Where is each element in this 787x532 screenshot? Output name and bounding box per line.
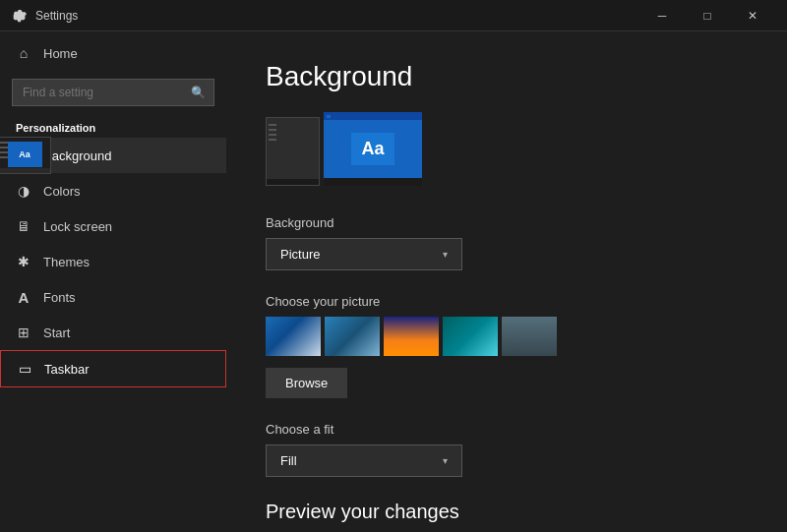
- preview-taskbar: [0, 168, 50, 173]
- background-icon: Aa: [16, 148, 31, 163]
- line2: [0, 147, 8, 148]
- sidebar-item-themes[interactable]: ✱ Themes: [0, 244, 226, 279]
- sidebar-item-background-label: Background: [43, 148, 111, 163]
- background-dropdown[interactable]: Picture ▾: [266, 238, 462, 270]
- home-icon: ⌂: [16, 45, 31, 61]
- main-layout: ⌂ Home 🔍 Personalization: [0, 31, 787, 532]
- sidebar-item-colors-label: Colors: [43, 184, 81, 199]
- search-icon: 🔍: [191, 86, 206, 99]
- choose-picture-label: Choose your picture: [266, 294, 748, 309]
- titlebar: Settings ─ □ ✕: [0, 0, 787, 31]
- aa-label: Aa: [361, 139, 384, 159]
- preview-section: Preview your changes Under Background, s…: [266, 501, 748, 532]
- line3: [0, 151, 8, 153]
- preview-main-thumbnail: Aa: [324, 112, 422, 186]
- start-icon: ⊞: [16, 325, 31, 340]
- background-preview-thumb: Aa: [0, 137, 51, 174]
- taskbar-icon: ▭: [17, 361, 32, 377]
- dropdown-arrow-icon: ▾: [443, 249, 448, 260]
- sidebar-item-taskbar[interactable]: ▭ Taskbar: [0, 350, 226, 387]
- minimize-button[interactable]: ─: [639, 0, 685, 31]
- sidebar-item-background[interactable]: Aa Background: [0, 138, 226, 173]
- titlebar-title: Settings: [35, 9, 639, 23]
- preview-lines: [0, 142, 8, 158]
- sidebar-item-lock-screen-label: Lock screen: [43, 219, 112, 234]
- themes-icon: ✱: [16, 254, 31, 269]
- picture-item-3[interactable]: [384, 317, 439, 356]
- fit-dropdown[interactable]: Fill ▾: [266, 444, 462, 477]
- page-title: Background: [266, 61, 748, 92]
- preview-section-title: Preview your changes: [266, 501, 748, 523]
- browse-button[interactable]: Browse: [266, 368, 347, 398]
- picture-grid: [266, 317, 748, 356]
- sidebar-item-start[interactable]: ⊞ Start: [0, 315, 226, 350]
- choose-picture-group: Choose your picture Browse: [266, 294, 748, 398]
- background-label: Background: [266, 215, 748, 230]
- sidebar: ⌂ Home 🔍 Personalization: [0, 31, 226, 532]
- fit-dropdown-value: Fill: [280, 453, 297, 468]
- lock-screen-icon: 🖥: [16, 218, 31, 234]
- picture-item-4[interactable]: [443, 317, 498, 356]
- preview-inner: Aa: [8, 142, 42, 167]
- preview-container: Aa: [266, 112, 748, 186]
- line1: [0, 142, 8, 144]
- search-box: 🔍: [12, 79, 214, 106]
- maximize-button[interactable]: □: [685, 0, 730, 31]
- picture-item-2[interactable]: [325, 317, 380, 356]
- personalization-section-title: Personalization: [0, 114, 226, 138]
- sidebar-item-lock-screen[interactable]: 🖥 Lock screen: [0, 208, 226, 244]
- preview-thumbnail-sidebar: [266, 117, 320, 186]
- sidebar-item-fonts-label: Fonts: [43, 290, 76, 305]
- choose-fit-group: Choose a fit Fill ▾: [266, 422, 748, 477]
- line4: [0, 156, 8, 158]
- search-container: 🔍: [0, 71, 226, 114]
- choose-fit-label: Choose a fit: [266, 422, 748, 437]
- sidebar-item-taskbar-label: Taskbar: [44, 362, 90, 377]
- titlebar-controls: ─ □ ✕: [639, 0, 775, 31]
- sidebar-item-themes-label: Themes: [43, 255, 90, 269]
- picture-item-1[interactable]: [266, 317, 321, 356]
- sidebar-item-home-label: Home: [43, 46, 78, 61]
- fit-dropdown-arrow-icon: ▾: [443, 455, 448, 466]
- settings-icon: [12, 8, 28, 24]
- background-group: Background Picture ▾: [266, 215, 748, 270]
- search-input[interactable]: [23, 86, 204, 99]
- sidebar-item-fonts[interactable]: A Fonts: [0, 279, 226, 315]
- fonts-icon: A: [16, 289, 31, 305]
- picture-item-5[interactable]: [502, 317, 557, 356]
- close-button[interactable]: ✕: [730, 0, 775, 31]
- aa-text: Aa: [19, 149, 30, 159]
- content-area: Background Aa: [226, 31, 787, 532]
- sidebar-item-home[interactable]: ⌂ Home: [0, 35, 226, 71]
- colors-icon: ◑: [16, 183, 31, 199]
- sidebar-item-start-label: Start: [43, 325, 70, 340]
- sidebar-item-colors[interactable]: ◑ Colors: [0, 173, 226, 208]
- background-dropdown-value: Picture: [280, 247, 320, 262]
